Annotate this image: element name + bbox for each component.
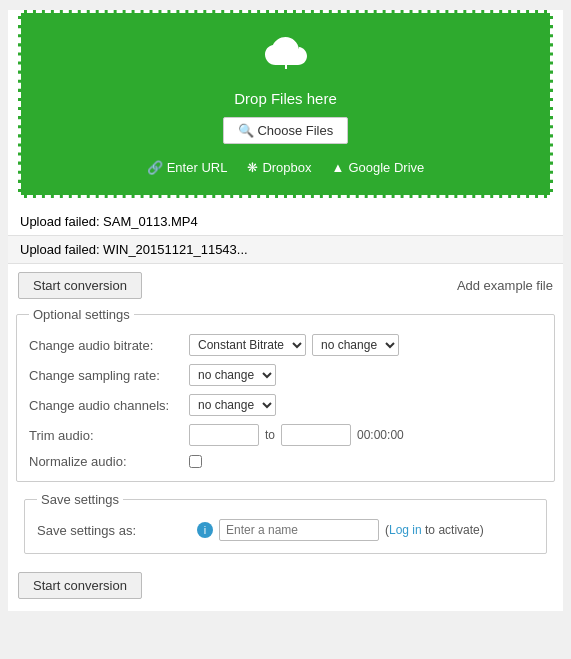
audio-bitrate-type-select[interactable]: Constant Bitrate Variable Bitrate: [189, 334, 306, 356]
dropbox-icon: ❋: [247, 160, 258, 175]
normalize-audio-label: Normalize audio:: [29, 454, 189, 469]
bottom-controls: Start conversion: [8, 564, 563, 611]
drop-zone[interactable]: Drop Files here 🔍 Choose Files 🔗 Enter U…: [18, 10, 553, 198]
drop-files-text: Drop Files here: [31, 90, 540, 107]
search-icon: 🔍: [238, 123, 254, 138]
sampling-rate-select[interactable]: no change 8000 Hz 11025 Hz 16000 Hz 2205…: [189, 364, 276, 386]
audio-bitrate-value-select[interactable]: no change 32 kbps 64 kbps 96 kbps 128 kb…: [312, 334, 399, 356]
audio-bitrate-value: Constant Bitrate Variable Bitrate no cha…: [189, 334, 542, 356]
cloud-upload-icon: [31, 33, 540, 82]
drop-links: 🔗 Enter URL ❋ Dropbox ▲ Google Drive: [31, 160, 540, 175]
upload-error-1: Upload failed: SAM_0113.MP4: [8, 208, 563, 236]
optional-settings-legend: Optional settings: [29, 307, 134, 322]
normalize-audio-value: [189, 455, 542, 468]
trim-time-display: 00:00:00: [357, 428, 404, 442]
start-conversion-button-top[interactable]: Start conversion: [18, 272, 142, 299]
login-link[interactable]: Log in: [389, 523, 422, 537]
normalize-audio-checkbox[interactable]: [189, 455, 202, 468]
add-example-link[interactable]: Add example file: [457, 278, 553, 293]
trim-to-label: to: [265, 428, 275, 442]
controls-row: Start conversion Add example file: [8, 264, 563, 307]
link-icon: 🔗: [147, 160, 163, 175]
info-icon[interactable]: i: [197, 522, 213, 538]
upload-error-2: Upload failed: WIN_20151121_11543...: [8, 236, 563, 264]
audio-bitrate-label: Change audio bitrate:: [29, 338, 189, 353]
trim-start-input[interactable]: [189, 424, 259, 446]
save-settings-row: Save settings as: i (Log in to activate): [37, 519, 534, 541]
save-settings-section: Save settings Save settings as: i (Log i…: [16, 492, 555, 554]
save-settings-legend: Save settings: [37, 492, 123, 507]
save-settings-fieldset: Save settings Save settings as: i (Log i…: [24, 492, 547, 554]
save-name-input[interactable]: [219, 519, 379, 541]
settings-grid: Change audio bitrate: Constant Bitrate V…: [29, 334, 542, 469]
google-drive-link[interactable]: ▲ Google Drive: [332, 160, 425, 175]
main-container: Drop Files here 🔍 Choose Files 🔗 Enter U…: [8, 10, 563, 611]
save-settings-value: i (Log in to activate): [197, 519, 534, 541]
audio-channels-select[interactable]: no change mono stereo: [189, 394, 276, 416]
audio-channels-value: no change mono stereo: [189, 394, 542, 416]
optional-settings-fieldset: Optional settings Change audio bitrate: …: [16, 307, 555, 482]
trim-end-input[interactable]: [281, 424, 351, 446]
google-drive-icon: ▲: [332, 160, 345, 175]
dropbox-link[interactable]: ❋ Dropbox: [247, 160, 311, 175]
save-settings-label: Save settings as:: [37, 523, 197, 538]
sampling-rate-label: Change sampling rate:: [29, 368, 189, 383]
start-conversion-button-bottom[interactable]: Start conversion: [18, 572, 142, 599]
trim-audio-value: to 00:00:00: [189, 424, 542, 446]
audio-channels-label: Change audio channels:: [29, 398, 189, 413]
choose-files-button[interactable]: 🔍 Choose Files: [223, 117, 349, 144]
login-link-text: (Log in to activate): [385, 523, 484, 537]
sampling-rate-value: no change 8000 Hz 11025 Hz 16000 Hz 2205…: [189, 364, 542, 386]
trim-audio-label: Trim audio:: [29, 428, 189, 443]
enter-url-link[interactable]: 🔗 Enter URL: [147, 160, 228, 175]
